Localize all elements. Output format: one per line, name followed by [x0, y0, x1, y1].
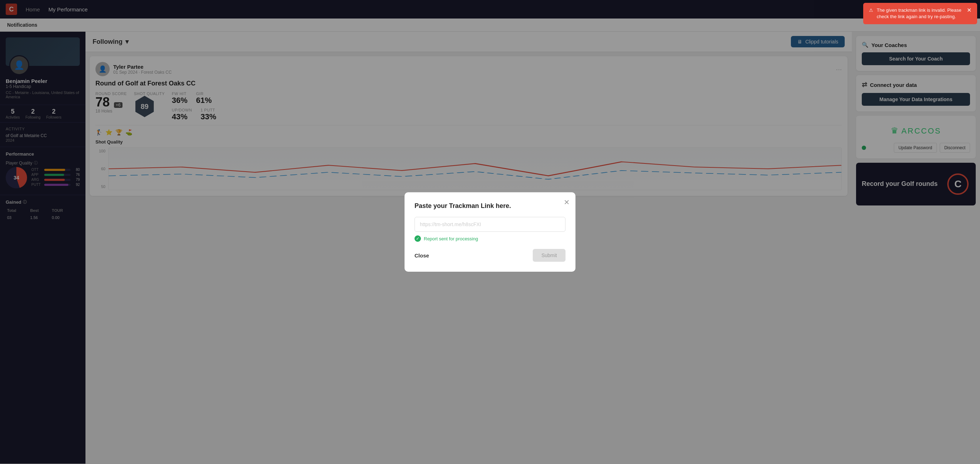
- check-icon: ✓: [415, 235, 421, 242]
- error-toast: ⚠ The given trackman link is invalid. Pl…: [863, 3, 977, 24]
- trackman-modal: Paste your Trackman Link here. ✕ ✓ Repor…: [404, 192, 576, 272]
- modal-success-message: ✓ Report sent for processing: [415, 235, 565, 242]
- warning-icon: ⚠: [869, 7, 873, 14]
- trackman-link-input[interactable]: [415, 217, 565, 232]
- modal-close-button[interactable]: Close: [415, 253, 429, 259]
- modal-submit-button[interactable]: Submit: [533, 249, 565, 262]
- toast-message: The given trackman link is invalid. Plea…: [877, 7, 963, 20]
- modal-close-x-button[interactable]: ✕: [564, 198, 570, 207]
- modal-overlay[interactable]: Paste your Trackman Link here. ✕ ✓ Repor…: [0, 0, 980, 464]
- toast-close-button[interactable]: ✕: [967, 8, 972, 13]
- modal-title: Paste your Trackman Link here.: [415, 202, 565, 210]
- modal-footer: Close Submit: [415, 249, 565, 262]
